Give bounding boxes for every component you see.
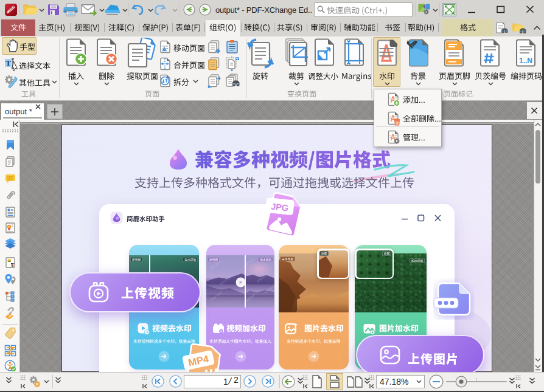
- svg-text:T: T: [5, 58, 11, 67]
- svg-text:1..N: 1..N: [519, 57, 532, 65]
- svg-text:JPG: JPG: [270, 202, 289, 213]
